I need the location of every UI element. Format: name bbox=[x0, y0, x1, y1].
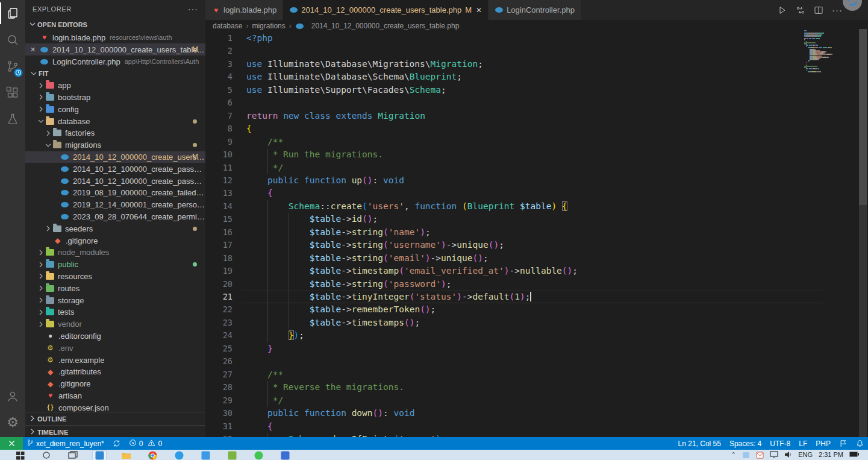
tray-expand-icon[interactable]: ⌃ bbox=[731, 451, 736, 459]
minimap[interactable] bbox=[804, 30, 846, 72]
taskbar-icon-chrome[interactable] bbox=[146, 451, 159, 460]
tree-item-artisan[interactable]: ♥artisan bbox=[25, 390, 205, 402]
code-line-19[interactable]: 19 $table->timestamp('email_verified_at'… bbox=[205, 265, 868, 277]
activitybar-extensions-icon[interactable] bbox=[0, 80, 25, 106]
tray-mail-icon[interactable] bbox=[756, 451, 764, 459]
tree-item-vendor[interactable]: vendor bbox=[25, 318, 205, 330]
close-icon[interactable]: ✕ bbox=[30, 46, 40, 54]
taskbar-icon-green-app[interactable] bbox=[225, 451, 239, 460]
taskbar-icon-onedrive[interactable] bbox=[172, 451, 186, 460]
open-editor-login-blade-php[interactable]: ♥login.blade.phpresources\views\auth bbox=[25, 31, 205, 43]
code-line-1[interactable]: 1<?php bbox=[205, 32, 868, 45]
taskbar-icon-whatsapp[interactable] bbox=[252, 451, 265, 460]
code-line-31[interactable]: 31 { bbox=[205, 420, 868, 433]
tree-item-resources[interactable]: resources bbox=[25, 271, 205, 283]
code-line-20[interactable]: 20 $table->string('password'); bbox=[205, 278, 868, 291]
taskbar-icon-task-view[interactable] bbox=[66, 451, 80, 460]
tab-logincontroller-php[interactable]: LoginController.php bbox=[489, 0, 581, 20]
tree-item-2014-10-12-100000-create-password-reset[interactable]: 2014_10_12_100000_create_password_reset.… bbox=[25, 163, 205, 175]
code-line-16[interactable]: 16 $table->string('name'); bbox=[205, 226, 868, 239]
tree-item-2014-10-12-100000-create-password-reset[interactable]: 2014_10_12_100000_create_password_reset.… bbox=[25, 175, 205, 187]
code-line-3[interactable]: 3use Illuminate\Database\Migrations\Migr… bbox=[205, 58, 868, 71]
code-line-29[interactable]: 29 */ bbox=[205, 394, 868, 407]
code-line-15[interactable]: 15 $table->id(); bbox=[205, 213, 868, 225]
code-line-26[interactable]: 26 bbox=[205, 355, 868, 368]
git-branch-item[interactable]: xet_diem_ren_luyen* bbox=[23, 437, 108, 450]
tree-item-fit[interactable]: FIT bbox=[25, 68, 205, 80]
tree-item-env[interactable]: ⚙.env bbox=[25, 342, 205, 354]
code-line-12[interactable]: 12 public function up(): void bbox=[205, 174, 868, 187]
breadcrumb-item-2014-10-12-000000-create-users-table-php[interactable]: 2014_10_12_000000_create_users_table.php bbox=[311, 22, 460, 30]
feedback-icon[interactable] bbox=[835, 437, 852, 450]
open-editor-logincontroller-php[interactable]: LoginController.phpapp\Http\Controllers\… bbox=[25, 55, 205, 68]
explorer-more-actions-icon[interactable]: ··· bbox=[188, 4, 198, 14]
activitybar-search-icon[interactable] bbox=[0, 27, 25, 53]
tree-item-node-modules[interactable]: node_modules bbox=[25, 247, 205, 259]
tree-item-bootstrap[interactable]: bootstrap bbox=[25, 92, 205, 104]
sync-changes-button[interactable] bbox=[108, 437, 125, 450]
breadcrumb-item-database[interactable]: database bbox=[213, 22, 242, 30]
code-line-22[interactable]: 22 $table->rememberToken(); bbox=[205, 303, 868, 316]
tree-item-seeders[interactable]: seeders bbox=[25, 222, 205, 235]
indentation-item[interactable]: Spaces: 4 bbox=[725, 437, 766, 450]
taskbar-icon-vscode[interactable] bbox=[93, 451, 106, 460]
notifications-bell-icon[interactable] bbox=[852, 437, 868, 450]
breadcrumb-item-migrations[interactable]: migrations bbox=[252, 22, 285, 30]
tree-item-env-example[interactable]: ⚙.env.example bbox=[25, 354, 205, 366]
activitybar-account-icon[interactable] bbox=[0, 383, 25, 409]
tree-item-2019-12-14-000001-create-personal-acces[interactable]: 2019_12_14_000001_create_personal_acces.… bbox=[25, 199, 205, 211]
open-editors-section-header[interactable]: OPEN EDITORS bbox=[25, 18, 205, 31]
tray-battery-icon[interactable] bbox=[849, 451, 860, 458]
tree-item-database[interactable]: database bbox=[25, 115, 205, 127]
tree-item-public[interactable]: public bbox=[25, 259, 205, 271]
outline-section-header[interactable]: OUTLINE bbox=[25, 412, 205, 425]
code-line-23[interactable]: 23 $table->timestamps(); bbox=[205, 317, 868, 329]
code-line-25[interactable]: 25 } bbox=[205, 342, 868, 355]
tray-language[interactable]: ENG bbox=[798, 451, 813, 458]
editor-scrollbar[interactable] bbox=[859, 29, 867, 437]
language-mode-item[interactable]: PHP bbox=[811, 437, 835, 450]
tree-item-editorconfig[interactable]: ●.editorconfig bbox=[25, 330, 205, 342]
code-line-5[interactable]: 5use Illuminate\Support\Facades\Schema; bbox=[205, 84, 868, 96]
taskbar-icon-file-explorer[interactable] bbox=[119, 451, 133, 460]
tray-onedrive-icon[interactable] bbox=[742, 451, 750, 459]
tree-item-gitignore[interactable]: ◆.gitignore bbox=[25, 235, 205, 247]
activitybar-files-icon[interactable] bbox=[0, 0, 25, 27]
tray-volume-icon[interactable] bbox=[784, 451, 792, 458]
code-line-8[interactable]: 8{ bbox=[205, 122, 868, 135]
tree-item-2014-10-12-000000-create-users-tab[interactable]: 2014_10_12_000000_create_users_tab...M bbox=[25, 151, 205, 163]
code-line-24[interactable]: 24 }); bbox=[205, 329, 868, 342]
tray-display-icon[interactable] bbox=[770, 451, 778, 458]
code-line-21[interactable]: 21 $table->tinyInteger('status')->defaul… bbox=[205, 291, 868, 303]
code-line-18[interactable]: 18 $table->string('email')->unique(); bbox=[205, 252, 868, 265]
activitybar-settings-gear-icon[interactable]: ⚙ bbox=[0, 409, 25, 436]
code-line-4[interactable]: 4use Illuminate\Database\Schema\Blueprin… bbox=[205, 71, 868, 83]
code-line-14[interactable]: 14 Schema::create('users', function (Blu… bbox=[205, 200, 868, 213]
tree-item-storage[interactable]: storage bbox=[25, 294, 205, 306]
tree-item-gitignore[interactable]: ◆.gitignore bbox=[25, 378, 205, 390]
close-icon[interactable]: ✕ bbox=[476, 6, 482, 14]
scrollbar-thumb[interactable] bbox=[859, 29, 867, 205]
activitybar-testing-flask-icon[interactable] bbox=[0, 106, 25, 133]
tree-item-2023-09-28-070644-create-permission-tab[interactable]: 2023_09_28_070644_create_permission_tab.… bbox=[25, 211, 205, 223]
tree-item-gitattributes[interactable]: ◆.gitattributes bbox=[25, 366, 205, 378]
tree-item-migrations[interactable]: migrations bbox=[25, 139, 205, 151]
tree-item-2019-08-19-000000-create-failed-jobs-tab[interactable]: 2019_08_19_000000_create_failed_jobs_tab… bbox=[25, 187, 205, 199]
taskbar-icon-blue-app[interactable] bbox=[278, 451, 292, 460]
code-editor[interactable]: 1<?php23use Illuminate\Database\Migratio… bbox=[205, 32, 868, 437]
tab-login-blade-php[interactable]: ♥login.blade.php bbox=[205, 0, 283, 20]
code-line-27[interactable]: 27 /** bbox=[205, 368, 868, 381]
tree-item-tests[interactable]: tests bbox=[25, 306, 205, 318]
taskbar-icon-display-app[interactable] bbox=[199, 451, 212, 460]
timeline-section-header[interactable]: TIMELINE bbox=[25, 425, 205, 437]
compare-changes-icon[interactable] bbox=[796, 5, 805, 15]
code-line-30[interactable]: 30 public function down(): void bbox=[205, 407, 868, 420]
code-line-10[interactable]: 10 * Run the migrations. bbox=[205, 148, 868, 161]
run-icon[interactable] bbox=[778, 5, 787, 15]
tree-item-routes[interactable]: routes bbox=[25, 282, 205, 294]
taskbar-icon-start[interactable] bbox=[13, 451, 27, 460]
cursor-position-item[interactable]: Ln 21, Col 55 bbox=[674, 437, 725, 450]
encoding-item[interactable]: UTF-8 bbox=[766, 437, 795, 450]
code-line-7[interactable]: 7return new class extends Migration bbox=[205, 110, 868, 122]
code-line-13[interactable]: 13 { bbox=[205, 187, 868, 200]
